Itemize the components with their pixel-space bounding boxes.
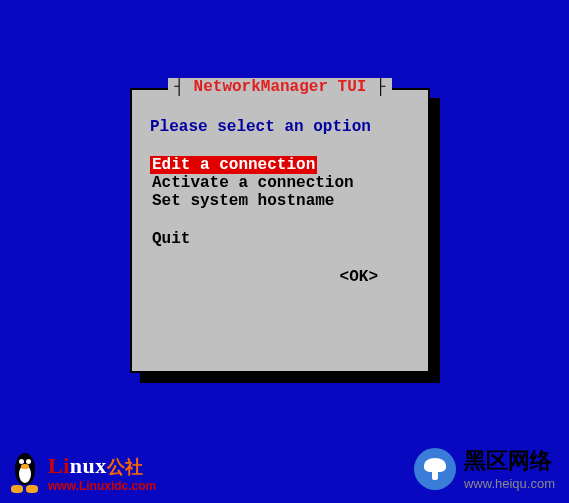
watermark-right: 黑区网络 www.heiqu.com: [414, 446, 555, 491]
watermark-right-url: www.heiqu.com: [464, 476, 555, 491]
mushroom-icon: [414, 448, 456, 490]
dialog-title: NetworkManager TUI: [194, 78, 367, 96]
title-border-right: ├: [366, 78, 385, 96]
menu-item-set-hostname[interactable]: Set system hostname: [150, 192, 336, 210]
dialog-prompt: Please select an option: [150, 118, 410, 136]
networkmanager-dialog: ┤ NetworkManager TUI ├ Please select an …: [130, 88, 430, 373]
menu-item-edit-connection[interactable]: Edit a connection: [150, 156, 317, 174]
watermark-left-brand: Linux公社: [48, 453, 156, 479]
menu-item-quit[interactable]: Quit: [150, 230, 192, 248]
tux-icon: [6, 449, 44, 493]
dialog-titlebar: ┤ NetworkManager TUI ├: [132, 78, 428, 96]
title-border-left: ┤: [174, 78, 193, 96]
ok-button[interactable]: <OK>: [340, 268, 378, 286]
watermark-left: Linux公社 www.Linuxidc.com: [6, 449, 156, 493]
menu: Edit a connection Activate a connection …: [150, 156, 410, 248]
menu-item-activate-connection[interactable]: Activate a connection: [150, 174, 356, 192]
watermark-left-url: www.Linuxidc.com: [48, 479, 156, 493]
watermark-right-brand: 黑区网络: [464, 446, 555, 476]
